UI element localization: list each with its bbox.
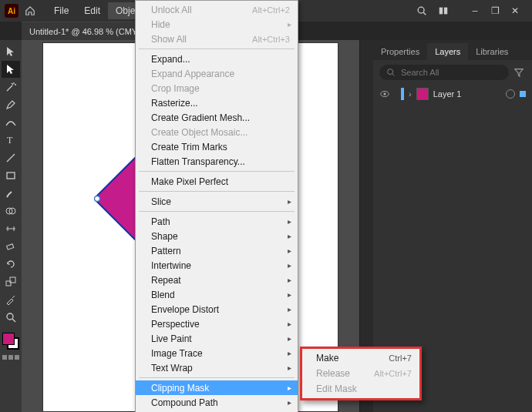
- svg-point-0: [418, 7, 424, 13]
- panel-tabs: Properties Layers Libraries: [373, 40, 532, 60]
- eyedropper-icon[interactable]: [2, 291, 20, 308]
- svg-rect-9: [7, 244, 14, 250]
- svg-point-16: [388, 69, 393, 75]
- chevron-right-icon: ▸: [288, 232, 291, 240]
- line-icon[interactable]: [2, 149, 20, 166]
- search-icon[interactable]: [416, 5, 427, 16]
- menu-item-label: Repeat: [151, 275, 181, 286]
- menu-item-label: Clipping Mask: [151, 383, 209, 394]
- tab-layers[interactable]: Layers: [427, 43, 468, 60]
- menu-item-repeat[interactable]: Repeat▸: [136, 273, 298, 287]
- menu-item-label: Compound Path: [151, 397, 218, 408]
- menu-item-label: Text Wrap: [151, 363, 193, 373]
- zoom-icon[interactable]: [2, 309, 20, 326]
- chevron-right-icon: ▸: [288, 197, 291, 206]
- menu-item-label: Image Trace: [151, 348, 203, 359]
- home-icon[interactable]: [25, 5, 35, 16]
- svg-point-19: [383, 92, 386, 95]
- window-close[interactable]: ✕: [510, 5, 520, 16]
- visibility-icon[interactable]: [379, 89, 389, 99]
- submenu-item-label: Edit Mask: [316, 384, 357, 394]
- submenu-item-label: Make: [316, 353, 338, 363]
- selection-arrow-icon[interactable]: [2, 43, 20, 60]
- menu-item-label: Create Object Mosaic...: [151, 127, 247, 138]
- submenu-item-edit-mask: Edit Mask: [302, 381, 419, 397]
- chevron-right-icon: ▸: [288, 276, 291, 284]
- chevron-right-icon: ▸: [288, 349, 291, 357]
- menu-item-rasterize[interactable]: Rasterize...: [136, 95, 298, 110]
- layer-selected-indicator: [520, 91, 526, 97]
- menu-item-create-trim-marks[interactable]: Create Trim Marks: [136, 139, 298, 154]
- menu-item-path[interactable]: Path▸: [136, 214, 298, 229]
- menu-item-create-gradient-mesh[interactable]: Create Gradient Mesh...: [136, 110, 298, 125]
- menu-item-label: Show All: [151, 34, 187, 45]
- chevron-right-icon[interactable]: ›: [409, 89, 412, 99]
- fill-stroke-swatch[interactable]: [2, 333, 19, 350]
- filter-icon[interactable]: [513, 67, 526, 78]
- chevron-right-icon: ▸: [288, 334, 291, 343]
- arrange-icon[interactable]: [438, 5, 449, 16]
- menu-separator: [139, 171, 295, 172]
- layer-row[interactable]: › Layer 1: [373, 85, 532, 103]
- menu-item-image-trace[interactable]: Image Trace▸: [136, 346, 298, 360]
- svg-rect-6: [7, 173, 15, 179]
- rectangle-icon[interactable]: [2, 167, 20, 184]
- svg-rect-3: [444, 8, 447, 15]
- tab-properties[interactable]: Properties: [373, 43, 427, 60]
- menu-file[interactable]: File: [46, 2, 76, 19]
- curvature-icon[interactable]: [2, 114, 20, 131]
- menu-item-blend[interactable]: Blend▸: [136, 287, 298, 302]
- menu-item-clipping-mask[interactable]: Clipping Mask▸: [136, 380, 298, 395]
- menu-item-label: Perspective: [151, 319, 200, 330]
- chevron-right-icon: ▸: [288, 305, 291, 313]
- pen-icon[interactable]: [2, 96, 20, 113]
- menu-item-envelope-distort[interactable]: Envelope Distort▸: [136, 302, 298, 317]
- window-minimize[interactable]: –: [470, 5, 480, 16]
- menu-edit[interactable]: Edit: [76, 2, 108, 19]
- scale-icon[interactable]: [2, 273, 20, 290]
- svg-rect-2: [439, 8, 443, 15]
- submenu-item-make[interactable]: MakeCtrl+7: [302, 350, 419, 366]
- tab-libraries[interactable]: Libraries: [468, 43, 516, 60]
- svg-line-1: [423, 12, 426, 15]
- rotate-icon[interactable]: [2, 256, 20, 273]
- menu-item-live-paint[interactable]: Live Paint▸: [136, 331, 298, 346]
- chevron-right-icon: ▸: [288, 384, 291, 392]
- menu-item-compound-path[interactable]: Compound Path▸: [136, 395, 298, 410]
- layer-search-input[interactable]: Search All: [379, 65, 509, 80]
- layer-target-icon[interactable]: [506, 89, 515, 99]
- eraser-icon[interactable]: [2, 238, 20, 255]
- menu-item-intertwine[interactable]: Intertwine▸: [136, 258, 298, 273]
- menu-separator: [139, 377, 295, 378]
- layer-color-bar: [401, 88, 404, 100]
- width-icon[interactable]: [2, 220, 20, 237]
- svg-text:T: T: [7, 135, 13, 146]
- document-tab-title: Untitled-1* @ 46.98 % (CMYK: [29, 27, 143, 36]
- svg-line-13: [12, 319, 15, 322]
- draw-mode-icons[interactable]: [2, 355, 19, 360]
- brush-icon[interactable]: [2, 185, 20, 202]
- clipping-mask-submenu: MakeCtrl+7ReleaseAlt+Ctrl+7Edit Mask: [300, 347, 422, 400]
- menu-item-make-pixel-perfect[interactable]: Make Pixel Perfect: [136, 174, 298, 189]
- menu-separator: [139, 191, 295, 192]
- menu-item-label: Create Trim Marks: [151, 142, 227, 152]
- layer-name[interactable]: Layer 1: [433, 89, 501, 99]
- direct-selection-icon[interactable]: [2, 61, 20, 78]
- menu-item-create-object-mosaic: Create Object Mosaic...: [136, 125, 298, 139]
- menu-item-text-wrap[interactable]: Text Wrap▸: [136, 360, 298, 375]
- window-restore[interactable]: ❐: [490, 5, 500, 16]
- magic-wand-icon[interactable]: [2, 79, 20, 95]
- menu-item-expand[interactable]: Expand...: [136, 52, 298, 66]
- menu-item-pattern[interactable]: Pattern▸: [136, 243, 298, 258]
- menu-item-slice[interactable]: Slice▸: [136, 194, 298, 209]
- menu-item-label: Hide: [151, 19, 170, 30]
- left-toolstrip: T: [0, 40, 22, 412]
- type-icon[interactable]: T: [2, 132, 20, 149]
- chevron-right-icon: ▸: [288, 290, 291, 299]
- menu-item-shape[interactable]: Shape▸: [136, 229, 298, 243]
- menu-item-flatten-transparency[interactable]: Flatten Transparency...: [136, 154, 298, 169]
- shape-builder-icon[interactable]: [2, 203, 20, 219]
- chevron-right-icon: ▸: [288, 20, 291, 28]
- menu-item-perspective[interactable]: Perspective▸: [136, 317, 298, 331]
- menu-separator: [139, 211, 295, 212]
